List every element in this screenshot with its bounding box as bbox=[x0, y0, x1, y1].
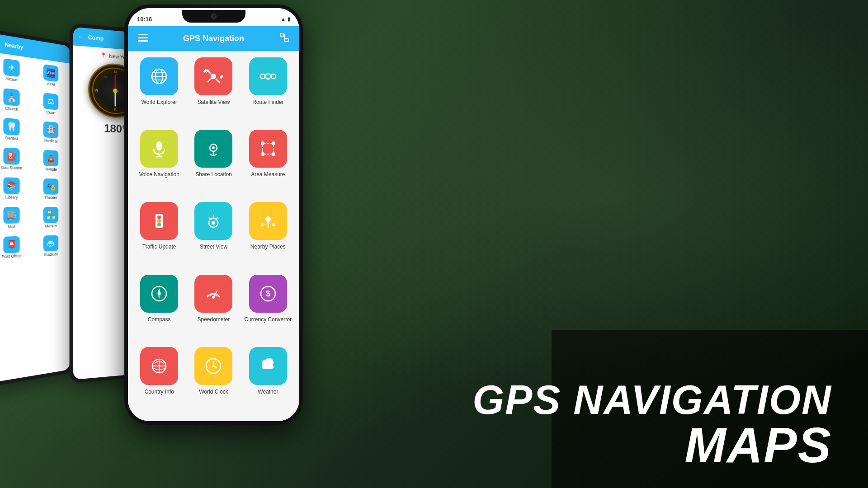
svg-rect-11 bbox=[138, 37, 148, 38]
location-dot: 📍 bbox=[100, 52, 107, 58]
app-item-world-clock[interactable]: World Clock bbox=[189, 347, 238, 415]
nearby-item[interactable]: ⛽ Gas Station bbox=[0, 144, 31, 174]
nearby-icon: 🏪 bbox=[43, 207, 58, 223]
app-icon-compass bbox=[140, 275, 178, 313]
nearby-label: Airport bbox=[5, 76, 18, 83]
app-icon-world-clock bbox=[194, 347, 232, 385]
svg-point-36 bbox=[261, 152, 264, 156]
phone-notch bbox=[182, 10, 245, 23]
svg-point-39 bbox=[157, 219, 161, 223]
status-time: 10:16 bbox=[137, 16, 152, 23]
svg-point-26 bbox=[260, 74, 265, 79]
app-item-nearby-places[interactable]: Nearby Places bbox=[243, 202, 293, 270]
nearby-item[interactable]: ⚖ Court bbox=[33, 89, 69, 119]
nearby-icon: 🏬 bbox=[3, 207, 19, 224]
nearby-grid: ✈ Airport 🏧 ATM ⛪ Church ⚖ Court 🦷 Denti… bbox=[0, 52, 70, 264]
svg-text:W: W bbox=[94, 88, 99, 93]
app-icon-country-info bbox=[140, 347, 178, 385]
app-item-area-measure[interactable]: Area Measure bbox=[243, 130, 293, 197]
app-label-share-location: Share Location bbox=[195, 171, 232, 178]
nearby-item[interactable]: ✈ Airport bbox=[0, 54, 31, 87]
nearby-item[interactable]: 🏪 Market bbox=[33, 204, 69, 231]
app-item-voice-navigation[interactable]: Voice Navigation bbox=[134, 130, 184, 197]
svg-rect-12 bbox=[138, 40, 148, 42]
app-item-traffic-update[interactable]: Traffic Update bbox=[134, 202, 184, 270]
app-item-satellite-view[interactable]: Satellite View bbox=[189, 57, 238, 125]
nearby-item[interactable]: 🏬 Mall bbox=[0, 204, 31, 232]
app-item-currency-convertor[interactable]: $ Currency Convertor bbox=[243, 275, 293, 343]
app-icon-share-location bbox=[194, 130, 232, 168]
svg-point-44 bbox=[261, 223, 264, 226]
nearby-label: Library bbox=[5, 195, 18, 199]
app-item-world-explorer[interactable]: World Explorer bbox=[134, 57, 184, 125]
front-camera bbox=[211, 14, 217, 19]
status-icons: ▲ ▮ bbox=[281, 16, 290, 22]
svg-rect-25 bbox=[220, 75, 224, 79]
app-label-world-explorer: World Explorer bbox=[142, 99, 177, 105]
nearby-item[interactable]: 🏧 ATM bbox=[33, 60, 69, 91]
nearby-icon: 🛕 bbox=[43, 150, 58, 166]
app-icon-nearby-places bbox=[249, 202, 287, 240]
app-grid: World Explorer Satellite View Route Find… bbox=[128, 51, 299, 421]
svg-rect-28 bbox=[156, 141, 162, 150]
app-label-traffic-update: Traffic Update bbox=[142, 244, 176, 250]
app-item-route-finder[interactable]: Route Finder bbox=[243, 57, 293, 125]
nearby-item[interactable]: 📮 Post Office bbox=[0, 233, 31, 263]
nearby-label: Stadium bbox=[44, 252, 58, 257]
svg-text:$: $ bbox=[266, 289, 270, 298]
app-item-street-view[interactable]: Street View bbox=[189, 202, 238, 270]
app-label-area-measure: Area Measure bbox=[251, 171, 285, 178]
nearby-item[interactable]: 📚 Library bbox=[0, 174, 31, 202]
svg-point-35 bbox=[272, 152, 275, 156]
app-item-speedometer[interactable]: Speedometer bbox=[189, 275, 238, 343]
svg-text:S: S bbox=[114, 108, 117, 112]
svg-point-38 bbox=[157, 216, 161, 219]
nearby-item[interactable]: 🎭 Theater bbox=[33, 175, 69, 202]
svg-point-58 bbox=[212, 365, 214, 367]
app-label-country-info: Country Info bbox=[144, 389, 174, 395]
nearby-label: Court bbox=[46, 110, 55, 115]
app-label-compass: Compass bbox=[148, 316, 171, 323]
app-item-weather[interactable]: Weather bbox=[243, 347, 293, 415]
svg-text:N: N bbox=[114, 70, 117, 74]
compass-degrees: 180° bbox=[104, 122, 126, 136]
app-icon-area-measure bbox=[249, 130, 287, 168]
nearby-icon: 🎭 bbox=[43, 178, 58, 195]
menu-icon[interactable] bbox=[136, 33, 150, 45]
nearby-item[interactable]: 🏟 Stadium bbox=[33, 232, 69, 260]
svg-point-42 bbox=[212, 221, 215, 225]
svg-point-33 bbox=[261, 141, 264, 145]
svg-point-9 bbox=[113, 89, 118, 94]
app-label-voice-navigation: Voice Navigation bbox=[139, 171, 179, 178]
phone-main: 10:16 ▲ ▮ GPS Navigation bbox=[124, 5, 303, 425]
hero-line1: GPS NAVIGATION bbox=[472, 380, 832, 420]
app-title: GPS Navigation bbox=[150, 34, 278, 43]
svg-rect-13 bbox=[280, 33, 284, 36]
app-icon-currency-convertor: $ bbox=[249, 275, 287, 313]
nearby-label: Post Office bbox=[1, 253, 21, 259]
app-label-satellite-view: Satellite View bbox=[198, 99, 230, 105]
app-icon-weather bbox=[249, 347, 287, 385]
phone1-title: Nearby bbox=[5, 41, 24, 51]
app-item-country-info[interactable]: Country Info bbox=[134, 347, 184, 415]
app-item-compass[interactable]: Compass bbox=[134, 275, 184, 343]
share-icon[interactable] bbox=[278, 33, 291, 45]
signal-icon: ▲ bbox=[281, 16, 286, 22]
app-item-share-location[interactable]: Share Location bbox=[189, 130, 238, 197]
hero-text-block: GPS NAVIGATION MAPS bbox=[472, 380, 832, 470]
nearby-label: Market bbox=[45, 224, 57, 228]
nearby-item[interactable]: ⛪ Church bbox=[0, 84, 31, 116]
nearby-icon: 📮 bbox=[3, 236, 19, 253]
nearby-label: Medical bbox=[44, 138, 57, 144]
nearby-label: Theater bbox=[44, 195, 57, 200]
nearby-item[interactable]: 🦷 Dentist bbox=[0, 114, 31, 145]
nearby-item[interactable]: 🛕 Temple bbox=[33, 146, 69, 175]
nearby-icon: 🦷 bbox=[3, 118, 19, 136]
nearby-item[interactable]: 🏥 Medical bbox=[33, 117, 69, 147]
app-icon-satellite-view bbox=[194, 57, 232, 95]
back-icon2[interactable]: ← bbox=[78, 33, 83, 40]
phones-container: ← Nearby ✈ Airport 🏧 ATM ⛪ Church ⚖ Cour… bbox=[0, 0, 339, 488]
app-label-nearby-places: Nearby Places bbox=[250, 244, 286, 250]
phone-nearby: ← Nearby ✈ Airport 🏧 ATM ⛪ Church ⚖ Cour… bbox=[0, 28, 74, 387]
svg-point-32 bbox=[212, 146, 215, 149]
